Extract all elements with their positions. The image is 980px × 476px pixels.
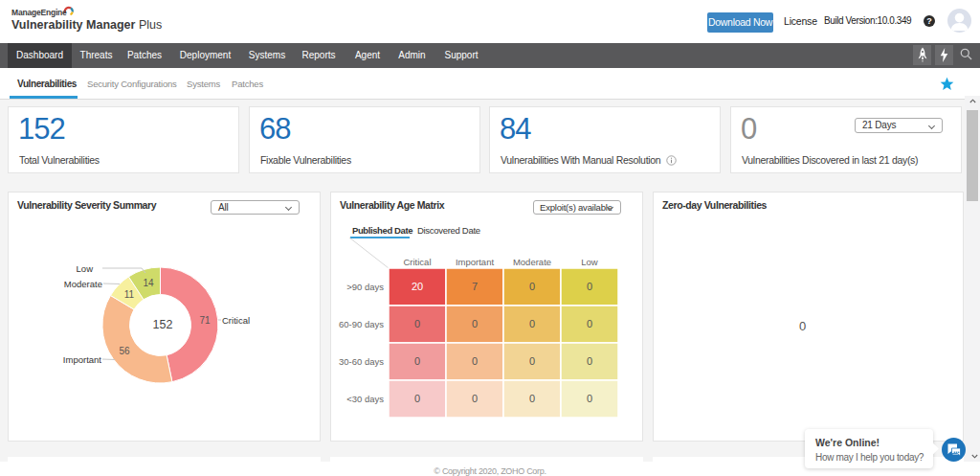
svg-text:60-90 days: 60-90 days [339, 319, 384, 329]
svg-text:Moderate: Moderate [64, 279, 102, 289]
svg-text:>90 days: >90 days [346, 282, 384, 292]
svg-text:7: 7 [472, 281, 478, 292]
svg-text:0: 0 [472, 355, 478, 367]
svg-text:0: 0 [414, 393, 420, 404]
svg-text:0: 0 [414, 318, 420, 329]
svg-text:Important: Important [456, 257, 494, 267]
svg-text:0: 0 [472, 393, 478, 404]
svg-text:Critical: Critical [222, 315, 250, 326]
svg-text:0: 0 [587, 393, 592, 404]
svg-text:56: 56 [119, 346, 130, 356]
svg-text:0: 0 [587, 355, 592, 367]
svg-text:152: 152 [153, 318, 173, 331]
svg-text:0: 0 [529, 281, 535, 292]
svg-text:Low: Low [77, 263, 94, 274]
svg-text:0: 0 [472, 318, 478, 329]
svg-text:Moderate: Moderate [513, 257, 551, 267]
svg-text:71: 71 [199, 315, 211, 326]
svg-text:0: 0 [414, 355, 420, 367]
svg-text:0: 0 [529, 318, 535, 329]
svg-text:0: 0 [529, 393, 535, 404]
svg-text:14: 14 [143, 278, 154, 288]
svg-text:30-60 days: 30-60 days [339, 356, 384, 367]
svg-text:0: 0 [587, 281, 592, 292]
svg-text:11: 11 [124, 289, 135, 300]
svg-text:<30 days: <30 days [346, 394, 384, 404]
svg-text:Low: Low [581, 257, 598, 267]
svg-text:Critical: Critical [403, 257, 431, 267]
svg-text:0: 0 [587, 318, 592, 329]
svg-text:0: 0 [529, 355, 535, 367]
svg-text:Important: Important [63, 354, 101, 365]
svg-text:20: 20 [412, 281, 423, 292]
